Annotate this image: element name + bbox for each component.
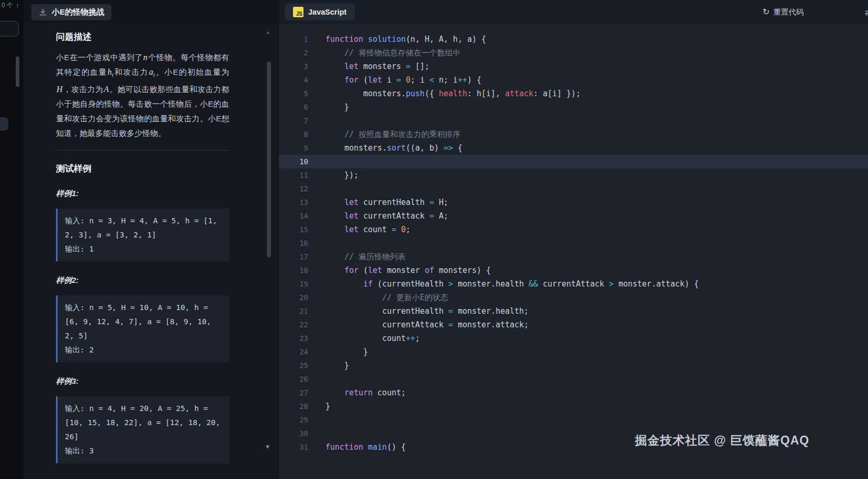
code-text: let monsters = []; bbox=[325, 62, 430, 71]
result-counter: 0 个 ↑ bbox=[2, 1, 19, 10]
code-line[interactable]: 6 } bbox=[279, 100, 868, 114]
output-value: 3 bbox=[89, 447, 94, 455]
line-number: 7 bbox=[279, 117, 308, 125]
code-text: // 将怪物信息存储在一个数组中 bbox=[325, 48, 460, 58]
line-number: 26 bbox=[279, 375, 308, 383]
output-value: 1 bbox=[89, 245, 94, 253]
code-lines: 1function solution(n, H, A, h, a) {2 // … bbox=[279, 32, 868, 454]
code-line[interactable]: 18 for (let monster of monsters) { bbox=[279, 264, 868, 277]
code-text: monsters.push({ health: h[i], attack: a[… bbox=[325, 89, 581, 98]
input-label: 输入: bbox=[65, 303, 85, 312]
code-line[interactable]: 26 bbox=[279, 372, 868, 386]
line-number: 8 bbox=[279, 130, 308, 139]
code-line[interactable]: 1function solution(n, H, A, h, a) { bbox=[279, 32, 868, 46]
code-text: } bbox=[325, 347, 368, 357]
code-line[interactable]: 29 bbox=[279, 413, 868, 427]
code-text: currentHealth = monster.health; bbox=[325, 306, 528, 316]
output-value: 2 bbox=[89, 346, 94, 354]
code-line[interactable]: 15 let count = 0; bbox=[279, 223, 868, 236]
reset-code-label: 重置代码 bbox=[773, 7, 804, 17]
input-label: 输入: bbox=[65, 216, 85, 225]
input-label: 输入: bbox=[65, 404, 85, 413]
code-text: let currentAttack = A; bbox=[325, 211, 448, 221]
code-line[interactable]: 24 } bbox=[279, 345, 868, 359]
scroll-up-arrow-icon[interactable]: ▲ bbox=[265, 29, 270, 35]
code-line[interactable]: 27 return count; bbox=[279, 386, 868, 400]
math-var-H: H bbox=[56, 85, 63, 94]
code-text: currentAttack = monster.attack; bbox=[325, 320, 528, 329]
code-line[interactable]: 12 bbox=[279, 182, 868, 196]
refresh-icon: ↻ bbox=[763, 8, 770, 16]
input-value: n = 3, H = 4, A = 5, h = [1, 2, 3], a = … bbox=[65, 216, 217, 239]
code-line[interactable]: 8 // 按照血量和攻击力的乘积排序 bbox=[279, 128, 868, 141]
code-line[interactable]: 9 monsters.sort((a, b) => { bbox=[279, 141, 868, 155]
code-line[interactable]: 22 currentAttack = monster.attack; bbox=[279, 318, 868, 332]
code-line[interactable]: 4 for (let i = 0; i < n; i++) { bbox=[279, 73, 868, 87]
code-text: function solution(n, H, A, h, a) { bbox=[325, 35, 486, 44]
strip-scrollbar-thumb[interactable] bbox=[16, 56, 19, 87]
scrollbar-thumb[interactable] bbox=[267, 62, 271, 257]
code-line[interactable]: 19 if (currentHealth > monster.health &&… bbox=[279, 277, 868, 291]
desc-text: 和攻击力 bbox=[114, 67, 149, 76]
desc-text: 小E在一个游戏中遇到了 bbox=[56, 53, 143, 62]
swap-horizontal-icon[interactable]: ⇄ bbox=[865, 7, 868, 17]
scroll-down-arrow-icon[interactable]: ▼ bbox=[265, 443, 270, 450]
sample-2-block: 输入: n = 5, H = 10, A = 10, h = [6, 9, 12… bbox=[56, 295, 229, 362]
download-icon bbox=[39, 8, 47, 16]
code-text bbox=[325, 116, 330, 126]
code-line[interactable]: 5 monsters.push({ health: h[i], attack: … bbox=[279, 87, 868, 100]
line-number: 28 bbox=[279, 402, 308, 410]
code-line[interactable]: 13 let currentHealth = H; bbox=[279, 196, 868, 209]
code-text: if (currentHealth > monster.health && cu… bbox=[325, 279, 698, 289]
code-line[interactable]: 7 bbox=[279, 114, 868, 128]
code-text: for (let monster of monsters) { bbox=[325, 266, 491, 275]
code-line[interactable]: 21 currentHealth = monster.health; bbox=[279, 304, 868, 318]
line-number: 10 bbox=[279, 157, 308, 166]
code-line[interactable]: 11 }); bbox=[279, 168, 868, 182]
line-number: 30 bbox=[279, 429, 308, 438]
problem-header: 小E的怪物挑战 bbox=[24, 0, 278, 24]
output-label: 输出: bbox=[65, 346, 85, 354]
code-line[interactable]: 2 // 将怪物信息存储在一个数组中 bbox=[279, 46, 868, 60]
math-var-ai: ai bbox=[149, 67, 155, 76]
reset-code-button[interactable]: ↻ 重置代码 bbox=[763, 0, 804, 24]
code-editor[interactable]: 1function solution(n, H, A, h, a) {2 // … bbox=[279, 24, 868, 479]
code-text bbox=[325, 157, 330, 166]
line-number: 21 bbox=[279, 307, 308, 315]
line-number: 25 bbox=[279, 361, 308, 370]
collapsed-panel-handle[interactable] bbox=[0, 21, 19, 37]
line-number: 14 bbox=[279, 212, 308, 220]
line-number: 17 bbox=[279, 253, 308, 261]
left-strip: 0 个 ↑ bbox=[0, 0, 24, 479]
line-number: 4 bbox=[279, 76, 308, 84]
code-line[interactable]: 17 // 遍历怪物列表 bbox=[279, 250, 868, 264]
collapsed-panel-handle-2[interactable] bbox=[0, 117, 8, 131]
code-line[interactable]: 14 let currentAttack = A; bbox=[279, 209, 868, 223]
code-line[interactable]: 3 let monsters = []; bbox=[279, 60, 868, 73]
code-line[interactable]: 16 bbox=[279, 236, 868, 250]
code-text: } bbox=[325, 402, 330, 411]
math-var-hi: hi bbox=[107, 67, 114, 76]
line-number: 5 bbox=[279, 89, 308, 98]
line-number: 2 bbox=[279, 49, 308, 57]
up-arrow-icon[interactable]: ↑ bbox=[16, 2, 19, 9]
code-line[interactable]: 10 bbox=[279, 155, 868, 168]
description-heading: 问题描述 bbox=[56, 31, 229, 43]
code-line[interactable]: 28} bbox=[279, 400, 868, 413]
samples-heading: 测试样例 bbox=[56, 163, 229, 175]
code-line[interactable]: 25 } bbox=[279, 359, 868, 372]
line-number: 12 bbox=[279, 185, 308, 193]
line-number: 13 bbox=[279, 198, 308, 207]
javascript-icon: JS bbox=[293, 7, 303, 17]
desc-text: 。小E的初始血量为 bbox=[155, 67, 229, 76]
challenge-title-chip[interactable]: 小E的怪物挑战 bbox=[31, 4, 111, 20]
code-line[interactable]: 23 count++; bbox=[279, 332, 868, 345]
tab-javascript[interactable]: JS JavaScript bbox=[285, 4, 355, 20]
section-divider bbox=[56, 150, 229, 151]
line-number: 18 bbox=[279, 266, 308, 275]
code-line[interactable]: 20 // 更新小E的状态 bbox=[279, 291, 868, 304]
line-number: 22 bbox=[279, 321, 308, 329]
line-number: 15 bbox=[279, 225, 308, 234]
code-text bbox=[325, 415, 330, 425]
code-text: return count; bbox=[325, 388, 406, 397]
